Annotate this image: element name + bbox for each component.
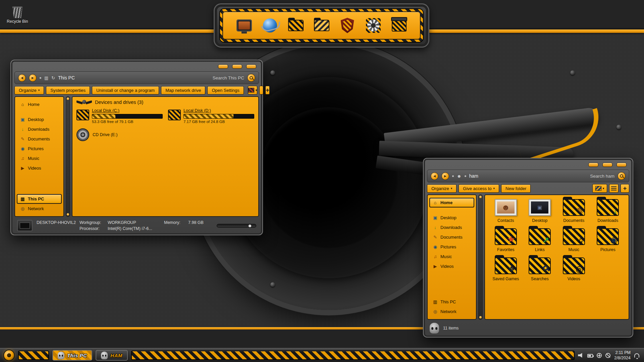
- drive-local-disk-c[interactable]: Local Disk (C:) 53.3 GB free of 79.1 GB: [76, 108, 163, 124]
- drive-name: CD Drive (E:): [93, 132, 117, 137]
- favorites-folder-icon: ★: [495, 228, 517, 245]
- back-button[interactable]: ◄: [431, 172, 438, 180]
- sidebar-item-network[interactable]: ◎ Network: [429, 307, 474, 316]
- address-text[interactable]: ham: [469, 173, 478, 179]
- drive-local-disk-d[interactable]: Local Disk (D:) 7.17 GB free of 24.8 GB: [168, 108, 254, 124]
- contacts-icon: ☻: [495, 199, 517, 216]
- sidebar-item-home[interactable]: ⌂ Home: [17, 100, 62, 109]
- dock-security-shortcut[interactable]: [338, 16, 357, 35]
- folder-contacts[interactable]: ☻ Contacts: [490, 199, 522, 223]
- forward-button[interactable]: ►: [441, 172, 449, 180]
- slider-knob[interactable]: [249, 225, 251, 227]
- zoom-slider[interactable]: [217, 224, 256, 228]
- sidebar-item-pictures[interactable]: ◉ Pictures: [17, 144, 62, 154]
- sidebar-item-desktop[interactable]: ▣ Desktop: [429, 213, 474, 223]
- sidebar-item-pictures[interactable]: ◉ Pictures: [429, 242, 474, 252]
- links-folder-icon: ↗: [529, 228, 551, 245]
- details-view-button[interactable]: [609, 184, 619, 193]
- folder-downloads[interactable]: ↓ Downloads: [592, 199, 624, 223]
- uninstall-button[interactable]: Uninstall or change a program: [92, 86, 159, 95]
- clock[interactable]: 2:11 PM 2/8/2024: [614, 350, 631, 361]
- sidebar-item-documents[interactable]: ✎ Documents: [17, 134, 62, 144]
- desktop-icon: ▣: [20, 117, 25, 122]
- add-button[interactable]: +: [621, 184, 629, 193]
- sidebar-item-downloads[interactable]: ↓ Downloads: [429, 223, 474, 232]
- music-icon: ♫: [20, 156, 25, 161]
- search-button[interactable]: [247, 74, 255, 82]
- search-input[interactable]: Search This PC: [213, 75, 244, 80]
- dock-network-shortcut[interactable]: [261, 16, 279, 35]
- folder-music[interactable]: ♫ Music: [558, 228, 590, 252]
- command-bar: Organize ▾ System properties Uninstall o…: [14, 86, 259, 95]
- drive-cd-e[interactable]: CD Drive (E:): [76, 128, 150, 141]
- taskbar-button-this-pc[interactable]: This PC: [52, 350, 92, 361]
- organize-button[interactable]: Organize ▾: [427, 184, 457, 193]
- recycle-bin-desktop-icon[interactable]: Recycle Bin: [4, 5, 31, 24]
- sidebar-item-network[interactable]: ◎ Network: [17, 204, 62, 214]
- sidebar-item-this-pc[interactable]: ▥ This PC: [429, 297, 474, 307]
- sidebar-item-downloads[interactable]: ↓ Downloads: [17, 124, 62, 134]
- view-swatch-icon: [595, 186, 601, 191]
- battery-icon[interactable]: [587, 354, 593, 358]
- open-settings-button[interactable]: Open Settings: [207, 86, 244, 95]
- system-properties-button[interactable]: System properties: [46, 86, 90, 95]
- sidebar-scrollbar[interactable]: [66, 96, 70, 217]
- titlebar[interactable]: [14, 63, 259, 70]
- change-view-button[interactable]: ▾: [248, 86, 258, 95]
- computer-name: DESKTOP-HHOVIL2: [37, 220, 79, 225]
- folder-saved-games[interactable]: ❖ Saved Games: [490, 257, 522, 281]
- muted-icon[interactable]: [605, 353, 610, 358]
- forward-button[interactable]: ►: [29, 74, 37, 82]
- taskbar-button-ham[interactable]: HAM: [96, 350, 128, 361]
- sidebar-item-desktop[interactable]: ▣ Desktop: [17, 115, 62, 124]
- group-title: Devices and drives (3): [95, 100, 143, 105]
- pc-mini-icon: ▥: [44, 75, 48, 80]
- search-input[interactable]: Search ham: [590, 174, 614, 179]
- sidebar-item-videos[interactable]: ▶ Videos: [17, 163, 62, 173]
- sidebar-item-home[interactable]: ⌂ Home: [429, 198, 474, 207]
- maximize-button[interactable]: [602, 163, 612, 167]
- sidebar-item-music[interactable]: ♫ Music: [17, 154, 62, 163]
- folder-searches[interactable]: Searches: [524, 257, 556, 281]
- sidebar-item-this-pc[interactable]: ▥ This PC: [17, 194, 62, 204]
- minimize-button[interactable]: [218, 64, 228, 69]
- start-button[interactable]: [3, 350, 15, 361]
- folder-videos[interactable]: ◎ Videos: [558, 257, 590, 281]
- search-button[interactable]: [618, 172, 626, 180]
- organize-button[interactable]: Organize ▾: [14, 86, 44, 95]
- minimize-button[interactable]: [588, 163, 598, 167]
- add-button[interactable]: +: [265, 86, 270, 95]
- sidebar-scrollbar[interactable]: [478, 194, 483, 320]
- volume-icon[interactable]: [578, 353, 584, 358]
- pictures-folder-icon: ◉: [597, 228, 619, 245]
- back-button[interactable]: ◄: [18, 74, 26, 82]
- titlebar[interactable]: [427, 161, 629, 168]
- folder-favorites[interactable]: ★ Favorites: [490, 228, 522, 252]
- sidebar-item-documents[interactable]: ✎ Documents: [429, 232, 474, 242]
- folder-pictures[interactable]: ◉ Pictures: [592, 228, 624, 252]
- give-access-button[interactable]: Give access to ▾: [459, 184, 499, 193]
- dock-recycle-shortcut[interactable]: [390, 16, 409, 35]
- dock-documents-shortcut[interactable]: [312, 16, 331, 35]
- spacer: [17, 173, 62, 194]
- address-text[interactable]: This PC: [58, 75, 75, 80]
- taskbar-hazard-segment: [131, 351, 575, 360]
- details-view-button[interactable]: [259, 86, 263, 95]
- close-button[interactable]: [616, 163, 627, 167]
- refresh-icon[interactable]: ↻: [51, 75, 55, 80]
- close-button[interactable]: [246, 64, 256, 69]
- sidebar-item-music[interactable]: ♫ Music: [429, 252, 474, 261]
- dock-settings-shortcut[interactable]: [364, 16, 383, 35]
- notifications-icon[interactable]: [634, 353, 639, 358]
- maximize-button[interactable]: [232, 64, 242, 69]
- folder-links[interactable]: ↗ Links: [524, 228, 556, 252]
- new-folder-button[interactable]: New folder: [501, 184, 531, 193]
- network-icon[interactable]: [597, 353, 602, 358]
- map-network-drive-button[interactable]: Map network drive: [161, 86, 205, 95]
- dock-folder-shortcut[interactable]: [286, 16, 305, 35]
- dock-display-shortcut[interactable]: [235, 16, 254, 35]
- change-view-button[interactable]: ▾: [592, 184, 607, 193]
- folder-desktop[interactable]: ▣ Desktop: [524, 199, 556, 223]
- folder-documents[interactable]: ✎ Documents: [558, 199, 590, 223]
- sidebar-item-videos[interactable]: ▶ Videos: [429, 261, 474, 271]
